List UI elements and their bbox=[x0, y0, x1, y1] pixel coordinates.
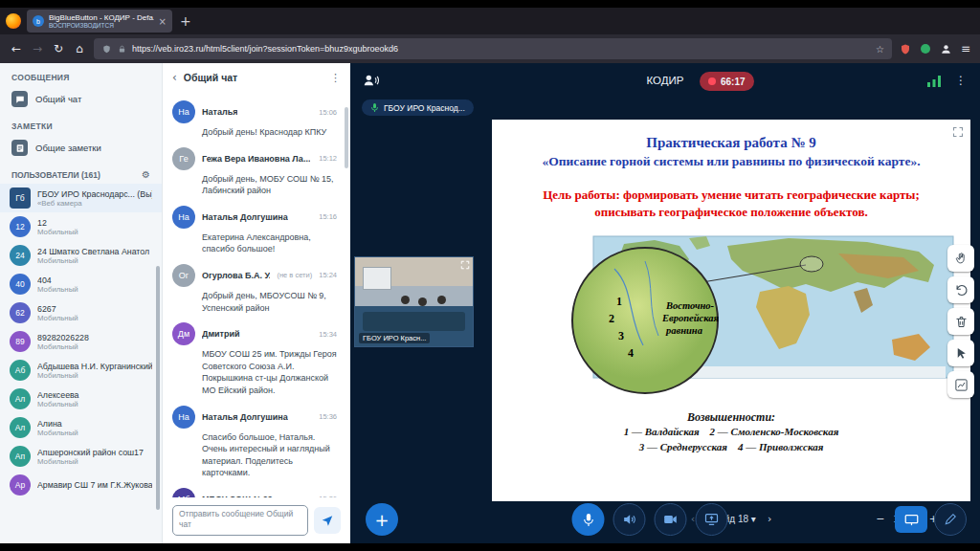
user-list-item[interactable]: Ал Алина Мобильный bbox=[0, 413, 162, 442]
chat-message-input[interactable]: Отправить сообщение Общий чат bbox=[172, 505, 308, 536]
sidebar-item-shared-notes[interactable]: Общие заметки bbox=[0, 135, 162, 161]
manage-users-gear-icon[interactable]: ⚙ bbox=[142, 169, 150, 180]
presentation-fullscreen-icon[interactable] bbox=[952, 126, 964, 138]
webcam-share-button[interactable] bbox=[655, 503, 687, 536]
webcam-person bbox=[437, 296, 446, 304]
chat-message-header: На Наталья 15:06 bbox=[172, 100, 337, 123]
recording-dot-icon bbox=[708, 77, 716, 85]
slide-content: Практическая работа № 9 «Описание горной… bbox=[492, 120, 970, 455]
webcam-label: ГБОУ ИРО Красн... bbox=[359, 333, 430, 343]
shield-permissions-icon[interactable] bbox=[101, 44, 112, 55]
send-message-button[interactable] bbox=[314, 507, 341, 534]
user-list-item[interactable]: Ал Алексеева Мобильный bbox=[0, 385, 162, 413]
message-status: (не в сети) bbox=[277, 271, 312, 279]
actions-plus-button[interactable]: + bbox=[366, 503, 398, 536]
audio-button[interactable] bbox=[613, 503, 646, 536]
user-name: 24 Шматко Светлана Анатол bbox=[37, 247, 149, 256]
address-bar[interactable]: https://veb.iro23.ru/html5client/join?se… bbox=[94, 38, 892, 59]
user-device-label: Мобильный bbox=[37, 314, 78, 322]
screenshare-button[interactable] bbox=[696, 503, 728, 536]
connection-status-icon[interactable] bbox=[927, 75, 942, 87]
map-number-1: 1 bbox=[616, 295, 622, 308]
clear-annotations-button[interactable] bbox=[947, 308, 974, 335]
mute-button[interactable] bbox=[572, 503, 605, 536]
pen-icon bbox=[944, 513, 957, 526]
sidebar-item-public-chat[interactable]: Общий чат bbox=[0, 86, 162, 112]
options-menu-icon[interactable]: ⋮ bbox=[955, 74, 967, 87]
user-list-item[interactable]: Гб ГБОУ ИРО Краснодарс... (Вы) «Веб каме… bbox=[0, 184, 162, 212]
user-name: Апшеронский район сош17 bbox=[37, 448, 144, 457]
user-list: Гб ГБОУ ИРО Краснодарс... (Вы) «Веб каме… bbox=[0, 184, 162, 499]
reload-button[interactable]: ↻ bbox=[52, 42, 65, 55]
poll-chart-button[interactable] bbox=[947, 371, 974, 398]
chat-scrollbar[interactable] bbox=[345, 107, 348, 168]
webcam-fullscreen-icon[interactable] bbox=[460, 260, 470, 270]
bbb-sidebar: СООБЩЕНИЯ Общий чат ЗАМЕТКИ Общие заметк… bbox=[0, 63, 163, 543]
user-name: 12 bbox=[37, 218, 78, 228]
smart-tools-button[interactable] bbox=[934, 503, 967, 536]
chat-back-icon[interactable]: ‹ bbox=[172, 71, 177, 84]
webcam-room-screen bbox=[363, 267, 391, 290]
chat-message-list: На Наталья 15:06 Добрый день! Краснодар … bbox=[163, 92, 350, 497]
user-name: Абдышева Н.И. Курганинский bbox=[37, 362, 152, 371]
browser-window: b BigBlueButton - КОДИР - Defa... ВОСПРО… bbox=[0, 8, 980, 543]
user-device-label: Мобильный bbox=[37, 429, 78, 437]
home-button[interactable]: ⌂ bbox=[73, 42, 86, 55]
users-scrollbar[interactable] bbox=[156, 266, 160, 510]
message-text: Добрый день! Краснодар КПКУ bbox=[202, 126, 337, 139]
url-text[interactable]: https://veb.iro23.ru/html5client/join?se… bbox=[132, 44, 870, 54]
send-plane-icon bbox=[321, 514, 334, 527]
camera-icon bbox=[663, 512, 679, 527]
message-avatar: Мб bbox=[172, 488, 195, 497]
user-avatar: 40 bbox=[10, 274, 31, 295]
user-list-item[interactable]: 12 12 Мобильный bbox=[0, 212, 162, 241]
undo-button[interactable] bbox=[947, 276, 974, 303]
message-text: МБОУ СОШ 25 им. Трижды Героя Советского … bbox=[202, 348, 337, 396]
lock-icon[interactable] bbox=[118, 44, 126, 55]
user-list-item[interactable]: 89 89282026228 Мобильный bbox=[0, 327, 162, 356]
vpn-extension-icon[interactable] bbox=[920, 43, 931, 55]
hand-icon bbox=[954, 252, 969, 266]
browser-tab-bar: b BigBlueButton - КОДИР - Defa... ВОСПРО… bbox=[0, 8, 980, 34]
user-list-item[interactable]: 62 6267 Мобильный bbox=[0, 298, 162, 327]
user-name: 404 bbox=[37, 276, 78, 285]
undo-icon bbox=[954, 283, 969, 298]
speaker-person-icon[interactable] bbox=[364, 74, 379, 87]
chat-options-icon[interactable]: ⋮ bbox=[330, 72, 341, 84]
zoom-out-button[interactable]: − bbox=[876, 513, 884, 525]
tab-close-icon[interactable]: × bbox=[159, 16, 167, 27]
user-list-item[interactable]: 24 24 Шматко Светлана Анатол Мобильный bbox=[0, 241, 162, 270]
browser-tab[interactable]: b BigBlueButton - КОДИР - Defa... ВОСПРО… bbox=[27, 10, 172, 33]
account-icon[interactable] bbox=[940, 43, 952, 55]
user-text: Апшеронский район сош17 Мобильный bbox=[37, 448, 144, 466]
menu-icon[interactable]: ≡ bbox=[961, 42, 970, 55]
cursor-tool-button[interactable] bbox=[947, 340, 974, 366]
user-device-label: «Веб камера bbox=[37, 199, 152, 208]
presentation-toggle-button[interactable] bbox=[895, 506, 927, 533]
user-list-item[interactable]: 40 404 Мобильный bbox=[0, 270, 162, 298]
message-time: 15:34 bbox=[319, 330, 337, 339]
adblock-extension-icon[interactable] bbox=[900, 43, 911, 55]
user-list-item[interactable]: Ап Апшеронский район сош17 Мобильный bbox=[0, 442, 162, 471]
message-time: 15:06 bbox=[319, 108, 337, 117]
presentation-area[interactable]: Практическая работа № 9 «Описание горной… bbox=[492, 120, 970, 501]
user-device-label: Мобильный bbox=[37, 256, 149, 265]
user-list-item[interactable]: Ар Армавир СШ 7 им Г.К.Жукова bbox=[0, 471, 162, 499]
back-button[interactable]: ← bbox=[10, 42, 23, 55]
talking-indicator[interactable]: ГБОУ ИРО Краснод... bbox=[362, 99, 474, 116]
recording-indicator[interactable]: 66:17 bbox=[700, 72, 754, 91]
forward-button[interactable]: → bbox=[31, 42, 44, 55]
chat-message: На Наталья Долгушина 15:16 Екатерина Але… bbox=[172, 206, 337, 255]
user-avatar: Ар bbox=[10, 474, 31, 496]
user-text: 89282026228 Мобильный bbox=[37, 333, 89, 351]
webcam-thumbnail[interactable]: ГБОУ ИРО Красн... bbox=[354, 256, 474, 347]
tab-media-indicator[interactable]: ВОСПРОИЗВОДИТСЯ bbox=[49, 22, 154, 29]
user-name: Алина bbox=[37, 419, 78, 429]
pan-tool-button[interactable] bbox=[947, 245, 974, 272]
user-list-item[interactable]: Аб Абдышева Н.И. Курганинский Мобильный bbox=[0, 356, 162, 385]
chat-panel: ‹ Общий чат ⋮ На Наталья 15:06 Добрый де… bbox=[163, 63, 350, 543]
next-slide-button[interactable]: › bbox=[768, 513, 771, 525]
bookmark-star-icon[interactable]: ☆ bbox=[876, 44, 884, 55]
new-tab-button[interactable]: + bbox=[180, 13, 191, 29]
message-avatar: На bbox=[172, 406, 195, 429]
